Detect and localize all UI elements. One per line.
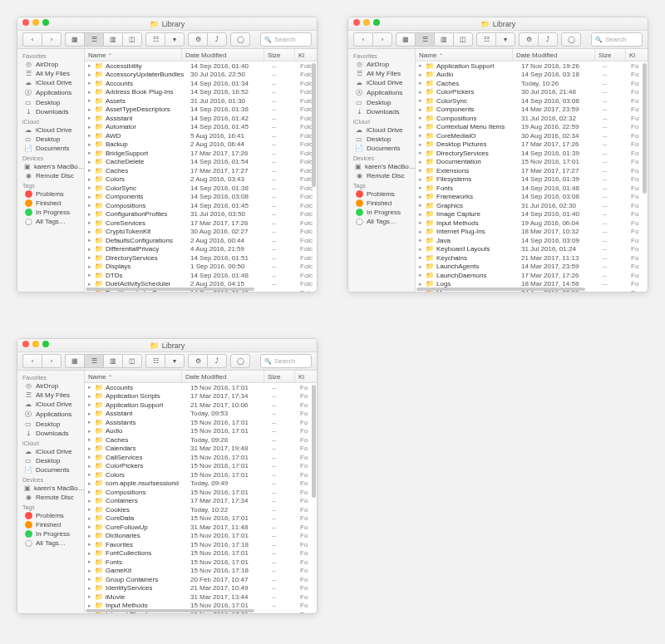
file-row[interactable]: ▸📁Filesystems14 Sep 2016, 01:39--Fo <box>416 175 648 184</box>
icon-view-button[interactable]: ▦ <box>65 354 84 368</box>
sidebar-item[interactable]: Problems <box>17 189 84 199</box>
disclosure-triangle-icon[interactable]: ▸ <box>86 515 92 522</box>
sidebar-item[interactable]: ☁iCloud Drive <box>17 78 84 87</box>
file-row[interactable]: ▸📁CoreServices17 Mar 2017, 17:26--Folc <box>85 219 317 228</box>
file-row[interactable]: ▸📁Application Support21 Mar 2017, 10:06-… <box>85 401 317 410</box>
file-row[interactable]: ▸📁Application Support17 Nov 2016, 19:26-… <box>416 61 648 71</box>
file-row[interactable]: ▸📁iMovie31 Mar 2017, 13:44--Fo <box>85 592 317 602</box>
sidebar-item[interactable]: ☁iCloud Drive <box>17 125 84 135</box>
disclosure-triangle-icon[interactable]: ▸ <box>417 272 423 278</box>
sidebar-item[interactable]: ☰All My Files <box>348 69 415 78</box>
sidebar-item[interactable]: ☁iCloud Drive <box>17 400 84 409</box>
sidebar-item[interactable]: ◉Remote Disc <box>17 493 84 502</box>
disclosure-triangle-icon[interactable]: ▸ <box>417 141 423 148</box>
tags-button[interactable]: ◯ <box>561 32 581 47</box>
disclosure-triangle-icon[interactable]: ▸ <box>86 132 92 139</box>
file-row[interactable]: ▸📁Assets31 Jul 2016, 01:30--Folc <box>85 96 317 106</box>
file-row[interactable]: ▸📁Accounts15 Nov 2016, 17:01--Fo <box>85 383 317 392</box>
sidebar-item[interactable]: ◯All Tags… <box>17 538 84 548</box>
file-row[interactable]: ▸📁Audio14 Sep 2016, 03:18--Fo <box>416 71 648 80</box>
file-row[interactable]: ▸📁Containers17 Mar 2017, 17:34--Fo <box>85 497 317 506</box>
sidebar-item[interactable]: Problems <box>17 511 84 520</box>
column-header-date[interactable]: Date Modified <box>513 49 595 61</box>
file-row[interactable]: ▸📁CallServices15 Nov 2016, 17:01--Fo <box>85 453 317 462</box>
disclosure-triangle-icon[interactable]: ▸ <box>86 254 92 261</box>
file-row[interactable]: ▸📁DirectoryServices14 Sep 2016, 01:39--F… <box>416 149 648 158</box>
file-row[interactable]: ▸📁Caches17 Mar 2017, 17:27--Folc <box>85 166 317 175</box>
file-row[interactable]: ▸📁IdentityServices21 Mar 2017, 10:49--Fo <box>85 584 317 593</box>
sidebar-item[interactable]: ☁iCloud Drive <box>348 78 415 87</box>
list-view-button[interactable]: ☰ <box>84 32 103 47</box>
disclosure-triangle-icon[interactable]: ▸ <box>86 80 92 86</box>
minimize-button[interactable] <box>363 19 370 26</box>
file-row[interactable]: ▸📁ColorSync14 Sep 2016, 01:38--Folc <box>85 184 317 193</box>
disclosure-triangle-icon[interactable]: ▸ <box>417 62 423 69</box>
sidebar-item[interactable]: ▣karen's MacBo… <box>348 162 415 171</box>
disclosure-triangle-icon[interactable]: ▸ <box>86 219 92 226</box>
sidebar-item[interactable]: Problems <box>348 189 415 199</box>
file-row[interactable]: ▸📁Calendars31 Mar 2017, 19:48--Fo <box>85 445 317 454</box>
disclosure-triangle-icon[interactable]: ▸ <box>86 419 92 425</box>
sidebar-item[interactable]: In Progress <box>17 529 84 538</box>
scrollbar-thumb[interactable] <box>86 288 254 291</box>
scrollbar-thumb[interactable] <box>643 63 647 194</box>
file-row[interactable]: ▸📁CacheDelete14 Sep 2016, 01:54--Folc <box>85 158 317 167</box>
coverflow-view-button[interactable]: ◫ <box>122 354 142 368</box>
column-header-date[interactable]: Date Modified <box>182 371 264 382</box>
file-row[interactable]: ▸📁FontCollections15 Nov 2016, 17:01--Fo <box>85 549 317 558</box>
disclosure-triangle-icon[interactable]: ▸ <box>86 585 92 592</box>
sidebar-item[interactable]: In Progress <box>348 208 415 217</box>
disclosure-triangle-icon[interactable]: ▸ <box>86 115 92 121</box>
disclosure-triangle-icon[interactable]: ▸ <box>417 176 423 183</box>
disclosure-triangle-icon[interactable]: ▸ <box>417 246 423 253</box>
file-row[interactable]: ▸📁LaunchDaemons17 Mar 2017, 17:26--Fo <box>416 271 648 280</box>
file-row[interactable]: ▸📁Colors15 Nov 2016, 17:01--Fo <box>85 470 317 479</box>
sidebar-item[interactable]: ☰All My Files <box>17 69 84 78</box>
sidebar-item[interactable]: In Progress <box>17 208 84 217</box>
list-view-button[interactable]: ☰ <box>415 32 434 47</box>
disclosure-triangle-icon[interactable]: ▸ <box>86 150 92 156</box>
file-row[interactable]: ▸📁Colors2 Aug 2016, 03:43--Folc <box>85 175 317 184</box>
column-header-size[interactable]: Size <box>264 49 295 61</box>
sidebar-item[interactable]: ☰All My Files <box>17 391 84 400</box>
sidebar-item[interactable]: ◎AirDrop <box>17 60 84 69</box>
minimize-button[interactable] <box>32 19 39 26</box>
sidebar-item[interactable]: Finished <box>17 520 84 529</box>
sidebar-item[interactable]: ◎AirDrop <box>17 381 84 391</box>
titlebar[interactable]: 📁Library <box>17 339 317 352</box>
zoom-button[interactable] <box>42 19 49 26</box>
column-header-name[interactable]: Name⌃ <box>85 371 182 382</box>
disclosure-triangle-icon[interactable]: ▸ <box>417 219 423 226</box>
disclosure-triangle-icon[interactable]: ▸ <box>86 489 92 495</box>
arrange-button[interactable]: ☷ <box>476 32 495 47</box>
rows-viewport[interactable]: ▸📁Accessibility14 Sep 2016, 01:40--Folc▸… <box>85 61 317 292</box>
sidebar-item[interactable]: ⤓Downloads <box>17 107 84 116</box>
horizontal-scrollbar[interactable] <box>86 609 310 612</box>
file-row[interactable]: ▸📁Favorites15 Nov 2016, 17:18--Fo <box>85 540 317 549</box>
file-row[interactable]: ▸📁LaunchAgents14 Mar 2017, 23:59--Fo <box>416 263 648 272</box>
column-view-button[interactable]: ▥ <box>434 32 453 47</box>
scrollbar-thumb[interactable] <box>86 609 254 612</box>
file-row[interactable]: ▸📁CachesToday, 10:26--Fo <box>416 79 648 88</box>
disclosure-triangle-icon[interactable]: ▸ <box>86 471 92 478</box>
file-row[interactable]: ▸📁ColorSync14 Sep 2016, 03:08--Fo <box>416 96 648 106</box>
sidebar-item[interactable]: ▭Desktop <box>17 98 84 107</box>
disclosure-triangle-icon[interactable]: ▸ <box>417 150 423 156</box>
search-input[interactable]: 🔍Search <box>260 354 312 368</box>
disclosure-triangle-icon[interactable]: ▸ <box>417 194 423 200</box>
sidebar-item[interactable]: ⒶApplications <box>348 87 415 98</box>
file-row[interactable]: ▸📁Assistant14 Sep 2016, 01:42--Folc <box>85 114 317 123</box>
column-view-button[interactable]: ▥ <box>103 32 122 47</box>
file-row[interactable]: ▸📁Dictionaries15 Nov 2016, 17:01--Fo <box>85 532 317 541</box>
disclosure-triangle-icon[interactable]: ▸ <box>86 436 92 443</box>
file-row[interactable]: ▸📁ColorPickers30 Jul 2016, 21:48--Fo <box>416 88 648 97</box>
icon-view-button[interactable]: ▦ <box>396 32 415 47</box>
file-row[interactable]: ▸📁DTDs14 Sep 2016, 01:48--Folc <box>85 271 317 280</box>
sidebar-item[interactable]: ▣karen's MacBo… <box>17 162 84 171</box>
disclosure-triangle-icon[interactable]: ▸ <box>86 498 92 504</box>
disclosure-triangle-icon[interactable]: ▸ <box>86 568 92 574</box>
file-row[interactable]: ▸📁ConfigurationProfiles31 Jul 2016, 03:5… <box>85 210 317 219</box>
titlebar[interactable]: 📁Library <box>348 17 648 31</box>
file-row[interactable]: ▸📁com.apple.nsurlsessiondToday, 09:49--F… <box>85 479 317 489</box>
disclosure-triangle-icon[interactable]: ▸ <box>86 533 92 539</box>
